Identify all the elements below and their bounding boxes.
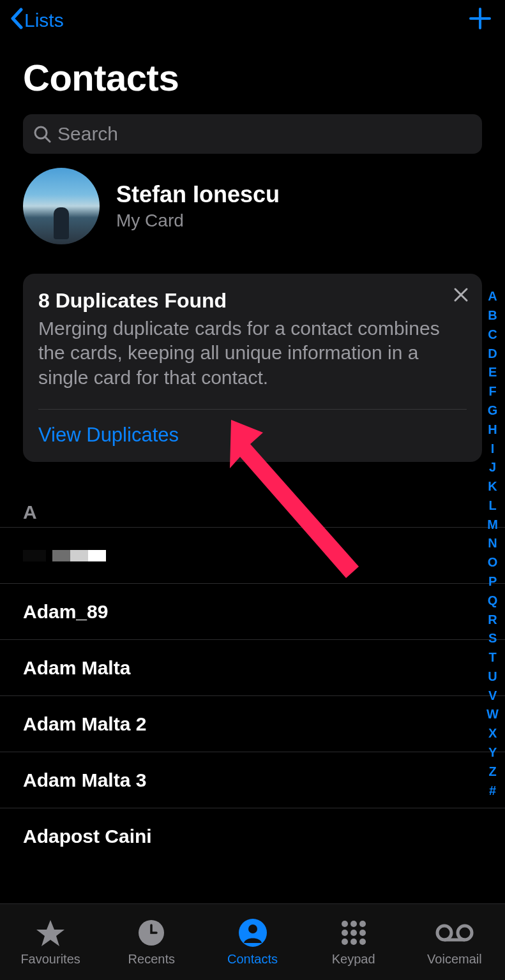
star-icon bbox=[36, 917, 65, 948]
voicemail-icon bbox=[435, 917, 474, 948]
index-letter[interactable]: Q bbox=[484, 591, 502, 611]
avatar bbox=[23, 168, 100, 244]
svg-point-10 bbox=[350, 930, 357, 936]
contacts-list: A Adam_89 Adam Malta Adam Malta 2 Adam M… bbox=[0, 462, 505, 865]
tab-label: Favourites bbox=[20, 952, 80, 967]
close-icon bbox=[453, 286, 469, 303]
svg-point-16 bbox=[458, 926, 472, 940]
tab-label: Keypad bbox=[332, 952, 375, 967]
back-button[interactable]: Lists bbox=[10, 8, 64, 33]
index-letter[interactable]: P bbox=[485, 572, 501, 591]
nav-header: Lists bbox=[0, 0, 505, 36]
index-letter[interactable]: U bbox=[484, 667, 501, 687]
svg-point-7 bbox=[350, 921, 357, 927]
search-icon bbox=[33, 125, 51, 143]
index-letter[interactable]: O bbox=[484, 553, 502, 572]
index-letter[interactable]: R bbox=[484, 610, 501, 629]
list-item[interactable]: Adam Malta 2 bbox=[0, 696, 505, 752]
index-letter[interactable]: I bbox=[487, 439, 499, 458]
back-label: Lists bbox=[24, 10, 64, 31]
index-letter[interactable]: Y bbox=[485, 743, 501, 762]
tab-keypad[interactable]: Keypad bbox=[303, 917, 404, 967]
tab-contacts[interactable]: Contacts bbox=[202, 917, 303, 967]
index-letter[interactable]: Z bbox=[485, 762, 500, 782]
svg-point-8 bbox=[359, 921, 366, 927]
divider bbox=[38, 409, 467, 410]
tab-recents[interactable]: Recents bbox=[101, 917, 202, 967]
search-input[interactable] bbox=[57, 123, 472, 145]
my-card-subtitle: My Card bbox=[116, 211, 280, 231]
index-letter[interactable]: # bbox=[485, 781, 500, 800]
index-letter[interactable]: H bbox=[484, 420, 501, 439]
index-letter[interactable]: F bbox=[485, 382, 500, 401]
keypad-icon bbox=[340, 917, 368, 948]
svg-line-1 bbox=[45, 137, 50, 142]
index-letter[interactable]: T bbox=[485, 648, 500, 667]
tab-voicemail[interactable]: Voicemail bbox=[404, 917, 505, 967]
svg-point-12 bbox=[342, 939, 348, 945]
close-button[interactable] bbox=[453, 286, 469, 306]
tab-label: Recents bbox=[128, 952, 175, 967]
tab-label: Voicemail bbox=[427, 952, 482, 967]
duplicates-description: Merging duplicate cards for a contact co… bbox=[38, 316, 467, 390]
tab-bar: Favourites Recents Contacts Keypad Voice… bbox=[0, 903, 505, 980]
index-letter[interactable]: V bbox=[485, 686, 501, 705]
index-letter[interactable]: S bbox=[485, 629, 501, 648]
view-duplicates-button[interactable]: View Duplicates bbox=[38, 422, 467, 449]
person-icon bbox=[239, 917, 267, 948]
page-title: Contacts bbox=[0, 36, 505, 109]
my-card-name: Stefan Ionescu bbox=[116, 181, 280, 208]
list-item[interactable]: Adapost Caini bbox=[0, 808, 505, 865]
svg-point-11 bbox=[359, 930, 366, 936]
index-letter[interactable]: N bbox=[484, 534, 501, 553]
plus-icon bbox=[469, 8, 491, 29]
index-letter[interactable]: G bbox=[484, 401, 502, 420]
search-bar[interactable] bbox=[23, 114, 482, 154]
index-letter[interactable]: D bbox=[484, 344, 501, 363]
svg-point-6 bbox=[342, 921, 348, 927]
index-letter[interactable]: M bbox=[483, 515, 502, 534]
clock-icon bbox=[137, 917, 165, 948]
duplicates-card: 8 Duplicates Found Merging duplicate car… bbox=[23, 274, 482, 462]
chevron-left-icon bbox=[10, 8, 23, 33]
index-letter[interactable]: B bbox=[484, 306, 501, 325]
list-item[interactable] bbox=[0, 528, 505, 584]
my-card-text: Stefan Ionescu My Card bbox=[116, 181, 280, 231]
my-card-row[interactable]: Stefan Ionescu My Card bbox=[0, 154, 505, 256]
index-letter[interactable]: W bbox=[483, 705, 502, 724]
svg-point-9 bbox=[342, 930, 348, 936]
index-letter[interactable]: X bbox=[485, 724, 501, 743]
svg-point-14 bbox=[359, 939, 366, 945]
redacted-name bbox=[23, 550, 106, 561]
index-letter[interactable]: A bbox=[484, 287, 501, 306]
index-letter[interactable]: J bbox=[485, 458, 500, 477]
index-letter[interactable]: E bbox=[485, 363, 501, 382]
list-item[interactable]: Adam_89 bbox=[0, 584, 505, 640]
alphabet-index[interactable]: A B C D E F G H I J K L M N O P Q R S T … bbox=[483, 287, 502, 800]
svg-point-15 bbox=[437, 926, 451, 940]
tab-label: Contacts bbox=[227, 952, 278, 967]
index-letter[interactable]: L bbox=[485, 496, 500, 516]
tab-favourites[interactable]: Favourites bbox=[0, 917, 101, 967]
duplicates-title: 8 Duplicates Found bbox=[38, 289, 467, 313]
section-header-a: A bbox=[0, 501, 505, 528]
list-item[interactable]: Adam Malta 3 bbox=[0, 752, 505, 808]
index-letter[interactable]: K bbox=[484, 477, 501, 496]
add-button[interactable] bbox=[469, 7, 491, 34]
svg-point-5 bbox=[248, 924, 257, 933]
index-letter[interactable]: C bbox=[484, 325, 501, 345]
list-item[interactable]: Adam Malta bbox=[0, 640, 505, 696]
svg-point-13 bbox=[350, 939, 357, 945]
